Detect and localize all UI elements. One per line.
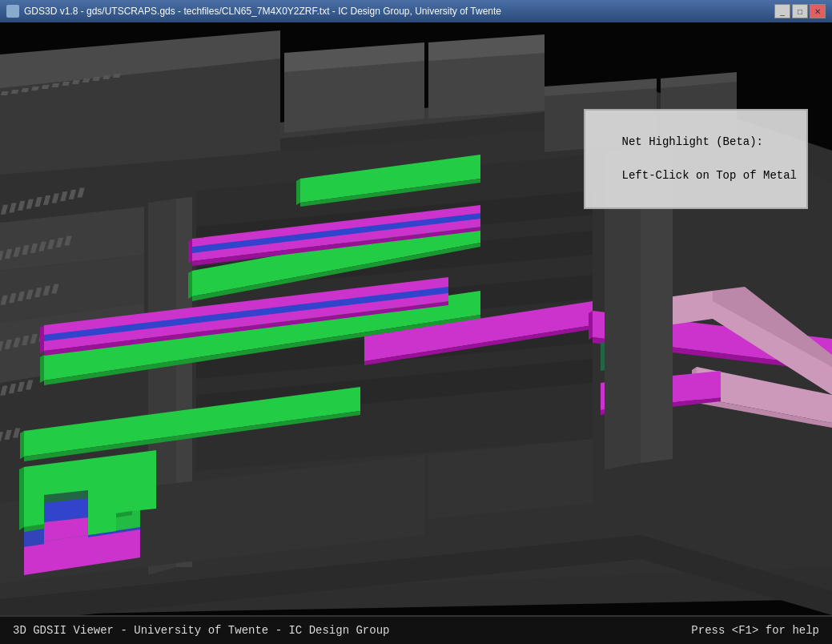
svg-marker-153 [40, 325, 44, 353]
svg-marker-145 [132, 450, 156, 511]
svg-marker-20 [428, 50, 545, 119]
tooltip-line1: Net Highlight (Beta): [622, 135, 763, 148]
status-left-text: 3D GDSII Viewer - University of Twente -… [13, 624, 389, 637]
svg-marker-134 [296, 179, 300, 205]
title-bar-left: GDS3D v1.8 - gds/UTSCRAPS.gds - techfile… [6, 5, 501, 18]
window-controls[interactable]: _ □ ✕ [774, 4, 826, 18]
svg-marker-158 [589, 311, 593, 340]
svg-marker-147 [19, 467, 24, 530]
svg-marker-137 [188, 271, 192, 299]
status-bar: 3D GDSII Viewer - University of Twente -… [0, 615, 832, 644]
maximize-button[interactable]: □ [792, 4, 808, 18]
window-title: GDS3D v1.8 - gds/UTSCRAPS.gds - techfile… [24, 6, 501, 17]
svg-marker-173 [88, 487, 116, 535]
status-right-text: Press <F1> for help [691, 624, 819, 637]
minimize-button[interactable]: _ [774, 4, 790, 18]
close-button[interactable]: ✕ [810, 4, 826, 18]
tooltip-line2: Left-Click on Top of Metal [622, 169, 797, 182]
app-icon [6, 5, 19, 18]
title-bar: GDS3D v1.8 - gds/UTSCRAPS.gds - techfile… [0, 0, 832, 22]
svg-marker-143 [20, 431, 24, 459]
3d-viewport[interactable]: Net Highlight (Beta): Left-Click on Top … [0, 22, 832, 615]
svg-marker-150 [188, 239, 192, 264]
net-highlight-tooltip: Net Highlight (Beta): Left-Click on Top … [584, 109, 808, 209]
svg-marker-140 [40, 355, 44, 383]
